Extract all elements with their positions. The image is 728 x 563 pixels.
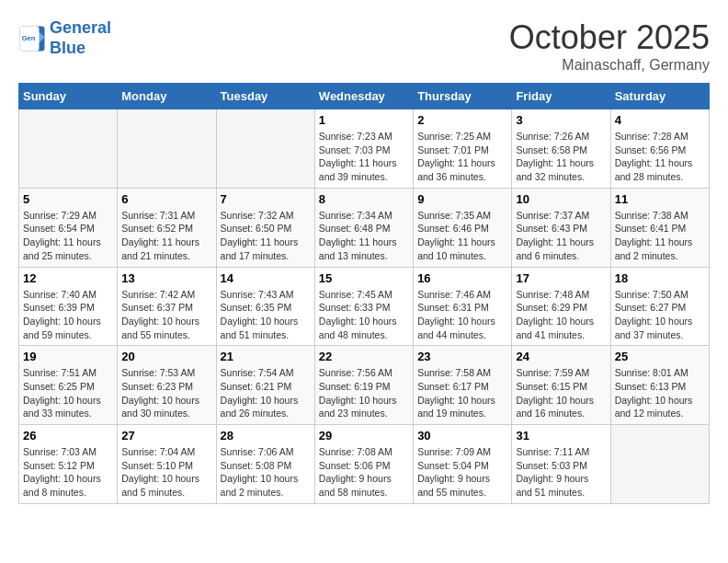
daylight-label: Daylight: 11 hours and 25 minutes. — [23, 236, 101, 261]
calendar-cell: 25 Sunrise: 8:01 AM Sunset: 6:13 PM Dayl… — [610, 346, 709, 425]
day-number: 12 — [23, 271, 113, 285]
calendar-cell: 12 Sunrise: 7:40 AM Sunset: 6:39 PM Dayl… — [19, 267, 118, 346]
day-number: 27 — [121, 429, 211, 442]
daylight-label: Daylight: 9 hours and 51 minutes. — [516, 473, 588, 498]
calendar-week-row: 19 Sunrise: 7:51 AM Sunset: 6:25 PM Dayl… — [19, 346, 710, 425]
sunrise-label: Sunrise: 7:31 AM — [121, 210, 195, 221]
daylight-label: Daylight: 11 hours and 32 minutes. — [516, 157, 594, 182]
logo-line1: General — [50, 18, 111, 37]
sunrise-label: Sunrise: 7:50 AM — [615, 289, 688, 300]
weekday-header: Monday — [118, 84, 216, 109]
daylight-label: Daylight: 11 hours and 17 minutes. — [221, 236, 299, 261]
calendar-cell — [118, 109, 216, 189]
sunset-label: Sunset: 6:35 PM — [221, 302, 292, 313]
weekday-header: Sunday — [19, 84, 118, 109]
day-number: 26 — [23, 429, 113, 442]
day-number: 18 — [615, 271, 705, 285]
sunset-label: Sunset: 6:15 PM — [516, 381, 587, 392]
calendar-cell: 24 Sunrise: 7:59 AM Sunset: 6:15 PM Dayl… — [512, 346, 610, 425]
calendar-cell: 21 Sunrise: 7:54 AM Sunset: 6:21 PM Dayl… — [216, 346, 314, 425]
calendar-cell: 4 Sunrise: 7:28 AM Sunset: 6:56 PM Dayli… — [610, 109, 709, 189]
calendar-cell: 15 Sunrise: 7:45 AM Sunset: 6:33 PM Dayl… — [314, 267, 413, 346]
day-number: 23 — [417, 350, 507, 363]
day-info: Sunrise: 7:25 AM Sunset: 7:01 PM Dayligh… — [417, 130, 507, 184]
sunset-label: Sunset: 6:56 PM — [615, 144, 687, 155]
daylight-label: Daylight: 11 hours and 2 minutes. — [615, 236, 693, 261]
day-info: Sunrise: 7:34 AM Sunset: 6:48 PM Dayligh… — [319, 209, 409, 263]
daylight-label: Daylight: 11 hours and 28 minutes. — [615, 157, 693, 182]
day-info: Sunrise: 7:23 AM Sunset: 7:03 PM Dayligh… — [319, 130, 409, 184]
day-info: Sunrise: 7:43 AM Sunset: 6:35 PM Dayligh… — [221, 288, 311, 342]
calendar-cell: 6 Sunrise: 7:31 AM Sunset: 6:52 PM Dayli… — [118, 188, 216, 267]
daylight-label: Daylight: 10 hours and 33 minutes. — [23, 395, 101, 419]
sunrise-label: Sunrise: 7:06 AM — [221, 446, 294, 457]
sunrise-label: Sunrise: 7:59 AM — [516, 367, 589, 378]
day-info: Sunrise: 7:31 AM Sunset: 6:52 PM Dayligh… — [121, 209, 211, 263]
day-info: Sunrise: 7:40 AM Sunset: 6:39 PM Dayligh… — [23, 288, 113, 342]
day-info: Sunrise: 7:06 AM Sunset: 5:08 PM Dayligh… — [221, 445, 311, 500]
calendar-cell: 31 Sunrise: 7:11 AM Sunset: 5:03 PM Dayl… — [512, 425, 610, 504]
day-info: Sunrise: 7:42 AM Sunset: 6:37 PM Dayligh… — [121, 288, 211, 342]
daylight-label: Daylight: 10 hours and 8 minutes. — [23, 473, 101, 498]
sunset-label: Sunset: 6:37 PM — [121, 302, 193, 313]
day-number: 9 — [417, 192, 507, 206]
calendar-cell: 7 Sunrise: 7:32 AM Sunset: 6:50 PM Dayli… — [216, 188, 314, 267]
calendar-cell: 5 Sunrise: 7:29 AM Sunset: 6:54 PM Dayli… — [19, 188, 118, 267]
calendar-cell: 23 Sunrise: 7:58 AM Sunset: 6:17 PM Dayl… — [414, 346, 512, 425]
calendar-cell: 26 Sunrise: 7:03 AM Sunset: 5:12 PM Dayl… — [19, 425, 118, 504]
sunrise-label: Sunrise: 7:28 AM — [615, 131, 688, 142]
day-number: 10 — [516, 192, 606, 206]
calendar-header-row: SundayMondayTuesdayWednesdayThursdayFrid… — [19, 84, 710, 109]
svg-text:Gen: Gen — [22, 33, 36, 41]
day-number: 31 — [516, 429, 606, 442]
calendar-cell: 27 Sunrise: 7:04 AM Sunset: 5:10 PM Dayl… — [118, 425, 216, 504]
sunrise-label: Sunrise: 7:58 AM — [417, 367, 491, 378]
sunset-label: Sunset: 6:27 PM — [615, 302, 687, 313]
sunrise-label: Sunrise: 7:38 AM — [615, 210, 688, 221]
daylight-label: Daylight: 10 hours and 30 minutes. — [121, 395, 199, 419]
calendar-cell: 18 Sunrise: 7:50 AM Sunset: 6:27 PM Dayl… — [610, 267, 709, 346]
daylight-label: Daylight: 11 hours and 13 minutes. — [319, 236, 397, 261]
sunset-label: Sunset: 6:23 PM — [121, 381, 193, 392]
day-number: 13 — [121, 271, 211, 285]
daylight-label: Daylight: 11 hours and 21 minutes. — [121, 236, 199, 261]
weekday-header: Thursday — [414, 84, 512, 109]
weekday-header: Tuesday — [216, 84, 314, 109]
day-info: Sunrise: 8:01 AM Sunset: 6:13 PM Dayligh… — [615, 366, 705, 420]
sunset-label: Sunset: 6:33 PM — [319, 302, 391, 313]
day-number: 29 — [319, 429, 409, 442]
day-info: Sunrise: 7:48 AM Sunset: 6:29 PM Dayligh… — [516, 288, 606, 342]
day-info: Sunrise: 7:46 AM Sunset: 6:31 PM Dayligh… — [417, 288, 507, 342]
day-info: Sunrise: 7:04 AM Sunset: 5:10 PM Dayligh… — [121, 445, 211, 500]
daylight-label: Daylight: 10 hours and 59 minutes. — [23, 316, 101, 340]
sunset-label: Sunset: 6:29 PM — [516, 302, 587, 313]
sunrise-label: Sunrise: 8:01 AM — [615, 367, 688, 378]
calendar-cell: 14 Sunrise: 7:43 AM Sunset: 6:35 PM Dayl… — [216, 267, 314, 346]
daylight-label: Daylight: 10 hours and 2 minutes. — [221, 473, 299, 498]
sunrise-label: Sunrise: 7:32 AM — [221, 210, 294, 221]
day-info: Sunrise: 7:54 AM Sunset: 6:21 PM Dayligh… — [221, 366, 311, 420]
day-number: 19 — [23, 350, 113, 363]
day-info: Sunrise: 7:53 AM Sunset: 6:23 PM Dayligh… — [121, 366, 211, 420]
calendar-week-row: 5 Sunrise: 7:29 AM Sunset: 6:54 PM Dayli… — [19, 188, 710, 267]
sunset-label: Sunset: 6:43 PM — [516, 223, 587, 234]
day-number: 1 — [319, 113, 409, 127]
sunset-label: Sunset: 6:58 PM — [516, 144, 587, 155]
calendar-cell: 2 Sunrise: 7:25 AM Sunset: 7:01 PM Dayli… — [414, 109, 512, 189]
sunset-label: Sunset: 6:54 PM — [23, 223, 95, 234]
day-number: 2 — [417, 113, 507, 127]
weekday-header: Friday — [512, 84, 610, 109]
sunrise-label: Sunrise: 7:53 AM — [121, 367, 195, 378]
day-number: 8 — [319, 192, 409, 206]
calendar-cell: 16 Sunrise: 7:46 AM Sunset: 6:31 PM Dayl… — [414, 267, 512, 346]
daylight-label: Daylight: 11 hours and 10 minutes. — [417, 236, 495, 261]
sunrise-label: Sunrise: 7:51 AM — [23, 367, 97, 378]
sunset-label: Sunset: 6:31 PM — [417, 302, 489, 313]
sunset-label: Sunset: 5:10 PM — [121, 460, 193, 471]
day-number: 28 — [221, 429, 311, 442]
calendar-cell: 19 Sunrise: 7:51 AM Sunset: 6:25 PM Dayl… — [19, 346, 118, 425]
day-info: Sunrise: 7:50 AM Sunset: 6:27 PM Dayligh… — [615, 288, 705, 342]
calendar-week-row: 26 Sunrise: 7:03 AM Sunset: 5:12 PM Dayl… — [19, 425, 710, 504]
calendar-cell: 11 Sunrise: 7:38 AM Sunset: 6:41 PM Dayl… — [610, 188, 709, 267]
day-number: 5 — [23, 192, 113, 206]
